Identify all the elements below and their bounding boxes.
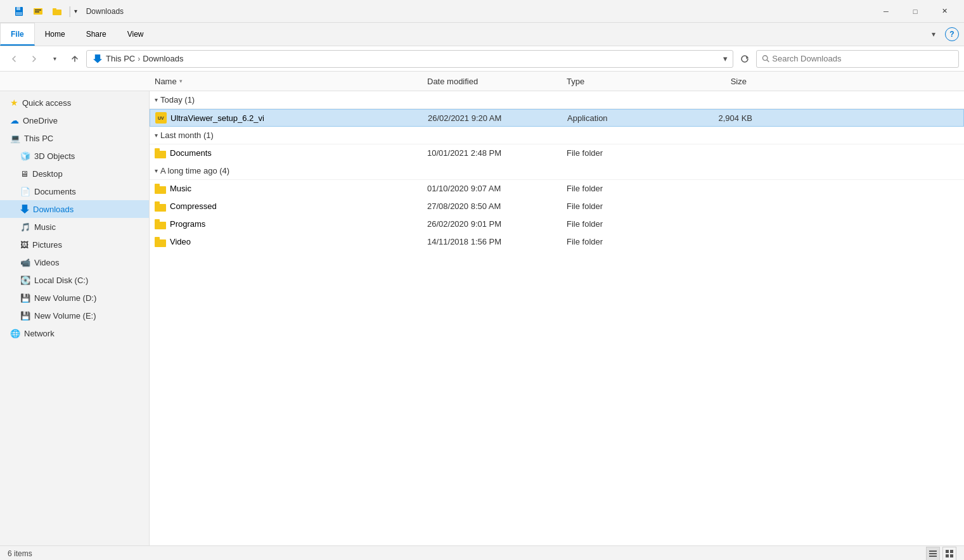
maximize-button[interactable]: □	[901, 0, 930, 23]
tab-home[interactable]: Home	[35, 23, 76, 46]
sidebar-item-quickaccess[interactable]: ★ Quick access	[0, 94, 149, 111]
search-icon	[762, 54, 769, 63]
group-lastmonth-label: Last month (1)	[160, 130, 214, 140]
sidebar-item-pictures[interactable]: 🖼 Pictures	[0, 236, 149, 253]
file-row-programs[interactable]: Programs 26/02/2020 9:01 PM File folder	[150, 215, 964, 233]
svg-rect-5	[35, 11, 39, 13]
newvolume-e-icon: 💾	[20, 311, 30, 321]
titlebar-separator: |	[68, 4, 72, 18]
3dobjects-icon: 🧊	[20, 151, 30, 161]
group-lastmonth[interactable]: ▾ Last month (1)	[150, 127, 964, 144]
recent-locations-button[interactable]: ▾	[46, 50, 63, 68]
breadcrumb-thispc[interactable]: This PC	[106, 54, 135, 63]
svg-rect-14	[929, 556, 937, 557]
group-lastmonth-chevron: ▾	[155, 132, 158, 139]
file-type-ultraviewer: Application	[567, 113, 681, 123]
ribbon-tabs: File Home Share View ▾ ?	[0, 23, 964, 46]
file-row-compressed[interactable]: Compressed 27/08/2020 8:50 AM File folde…	[150, 198, 964, 215]
svg-rect-17	[946, 554, 949, 557]
folder-icon-documents	[155, 148, 166, 158]
col-header-name[interactable]: Name ▾	[150, 72, 422, 91]
titlebar-down-icon: ▾	[74, 8, 77, 15]
ribbon: File Home Share View ▾ ?	[0, 23, 964, 46]
search-box[interactable]	[756, 50, 959, 68]
tab-file[interactable]: File	[0, 23, 35, 46]
details-view-button[interactable]	[926, 547, 940, 561]
pictures-icon: 🖼	[20, 240, 29, 250]
folder-qat-button[interactable]	[48, 3, 66, 20]
sidebar-item-thispc[interactable]: 💻 This PC	[0, 129, 149, 147]
file-type-video: File folder	[567, 237, 681, 246]
breadcrumb-downloads[interactable]: Downloads	[143, 54, 183, 63]
svg-text:UV: UV	[158, 116, 164, 120]
save-qat-button[interactable]	[10, 3, 28, 20]
sidebar-item-desktop[interactable]: 🖥 Desktop	[0, 165, 149, 182]
svg-rect-13	[929, 553, 937, 554]
large-icons-view-button[interactable]	[942, 547, 956, 561]
address-bar[interactable]: This PC › Downloads ▾	[86, 50, 733, 68]
sidebar-item-documents[interactable]: 📄 Documents	[0, 182, 149, 200]
sidebar-item-newvolume-d[interactable]: 💾 New Volume (D:)	[0, 289, 149, 307]
file-date-ultraviewer: 26/02/2021 9:20 AM	[428, 113, 567, 123]
close-button[interactable]: ✕	[930, 0, 959, 23]
videos-icon: 📹	[20, 258, 30, 267]
minimize-button[interactable]: ─	[871, 0, 901, 23]
desktop-icon: 🖥	[20, 169, 29, 179]
svg-point-8	[762, 56, 768, 61]
titlebar: | ▾ Downloads ─ □ ✕	[0, 0, 964, 23]
refresh-button[interactable]	[736, 50, 754, 68]
sidebar-item-localdisk[interactable]: 💽 Local Disk (C:)	[0, 271, 149, 289]
newvolume-d-icon: 💾	[20, 293, 30, 303]
group-today[interactable]: ▾ Today (1)	[150, 91, 964, 109]
search-input[interactable]	[772, 54, 953, 63]
svg-rect-4	[35, 10, 41, 11]
col-header-type[interactable]: Type	[562, 72, 676, 91]
localdisk-icon: 💽	[20, 276, 30, 285]
svg-rect-12	[929, 550, 937, 552]
svg-rect-15	[946, 550, 949, 553]
up-button[interactable]	[66, 50, 84, 68]
sidebar-item-downloads[interactable]: Downloads	[0, 200, 149, 218]
breadcrumb: This PC › Downloads	[106, 54, 184, 63]
sidebar-item-onedrive[interactable]: ☁ OneDrive	[0, 111, 149, 129]
file-name-programs: Programs	[155, 219, 427, 229]
file-name-compressed: Compressed	[155, 201, 427, 212]
tab-view[interactable]: View	[117, 23, 155, 46]
quick-access-toolbar: | ▾	[5, 1, 82, 22]
folder-icon-music	[155, 184, 166, 194]
file-row-music[interactable]: Music 01/10/2020 9:07 AM File folder	[150, 180, 964, 198]
group-longtime-chevron: ▾	[155, 167, 158, 174]
ribbon-expand-button[interactable]: ▾	[925, 25, 942, 43]
sidebar: ★ Quick access ☁ OneDrive 💻 This PC 🧊 3D…	[0, 91, 150, 545]
col-sort-icon: ▾	[179, 78, 183, 84]
svg-line-9	[767, 60, 769, 61]
help-button[interactable]: ?	[945, 27, 959, 41]
folder-icon-video	[155, 237, 166, 247]
documents-icon: 📄	[20, 187, 30, 196]
forward-button[interactable]	[25, 50, 43, 68]
addressbar-row: ▾ This PC › Downloads ▾	[0, 46, 964, 72]
sidebar-item-newvolume-e[interactable]: 💾 New Volume (E:)	[0, 307, 149, 324]
breadcrumb-sep1: ›	[138, 54, 140, 63]
file-date-compressed: 27/08/2020 8:50 AM	[427, 201, 567, 211]
col-header-size[interactable]: Size	[676, 72, 752, 91]
tab-share[interactable]: Share	[76, 23, 117, 46]
file-row-ultraviewer[interactable]: UV UltraViewer_setup_6.2_vi 26/02/2021 9…	[150, 109, 964, 127]
file-name-ultraviewer: UV UltraViewer_setup_6.2_vi	[155, 112, 428, 124]
file-type-compressed: File folder	[567, 201, 681, 211]
address-dropdown-button[interactable]: ▾	[723, 54, 728, 63]
file-type-documents: File folder	[567, 148, 681, 158]
file-row-video[interactable]: Video 14/11/2018 1:56 PM File folder	[150, 233, 964, 251]
sidebar-item-music[interactable]: 🎵 Music	[0, 218, 149, 236]
properties-qat-button[interactable]	[29, 3, 47, 20]
group-longtime[interactable]: ▾ A long time ago (4)	[150, 162, 964, 180]
file-date-video: 14/11/2018 1:56 PM	[427, 237, 567, 246]
col-header-date[interactable]: Date modified	[422, 72, 562, 91]
sidebar-item-3dobjects[interactable]: 🧊 3D Objects	[0, 147, 149, 165]
svg-rect-1	[16, 7, 20, 10]
file-row-documents[interactable]: Documents 10/01/2021 2:48 PM File folder	[150, 144, 964, 162]
sidebar-item-network[interactable]: 🌐 Network	[0, 324, 149, 342]
sidebar-item-videos[interactable]: 📹 Videos	[0, 253, 149, 271]
back-button[interactable]	[5, 50, 23, 68]
main-layout: ★ Quick access ☁ OneDrive 💻 This PC 🧊 3D…	[0, 91, 964, 545]
